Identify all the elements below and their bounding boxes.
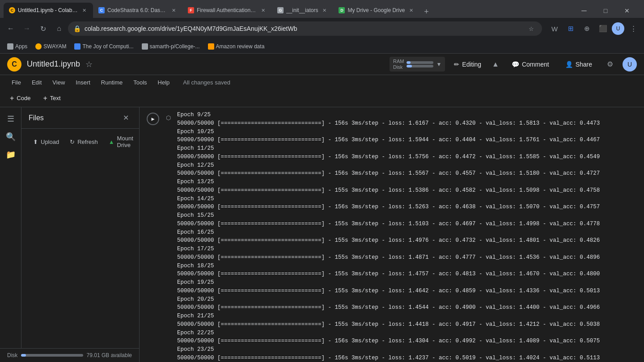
user-avatar-colab[interactable]: U <box>623 57 637 72</box>
output-line: Epoch 21/25 <box>177 312 637 320</box>
mount-drive-button[interactable]: ▲ Mount Drive <box>104 132 138 151</box>
nav-bar: ← → ↻ ⌂ 🔒 colab.research.google.com/driv… <box>0 18 644 39</box>
output-line: 50000/50000 [===========================… <box>177 220 637 228</box>
tab-1[interactable]: C Untitled1.ipynb - Colaboratory ✕ <box>4 3 93 18</box>
menu-file[interactable]: File <box>7 77 25 88</box>
disk-info-label: Disk <box>7 352 17 358</box>
back-button[interactable]: ← <box>4 21 18 36</box>
ram-disk-labels: RAM Disk <box>393 59 404 70</box>
usage-bars <box>407 61 433 67</box>
profile-icon[interactable]: W <box>547 21 562 36</box>
output-line: 50000/50000 [===========================… <box>177 153 637 161</box>
amazon-label: Amazon review data <box>216 43 265 50</box>
cell-extra-button[interactable]: ⬡ <box>163 113 174 123</box>
bookmark-apps[interactable]: Apps <box>4 42 31 51</box>
drive-icon: ▲ <box>109 139 114 145</box>
maximize-button[interactable]: □ <box>596 4 615 18</box>
home-button[interactable]: ⌂ <box>52 21 66 36</box>
tab-3[interactable]: F Firewall Authentication Keepaliv... ✕ <box>182 3 272 18</box>
output-line: Epoch 17/25 <box>177 245 637 253</box>
reload-button[interactable]: ↻ <box>36 21 50 36</box>
star-bookmark-icon[interactable]: ☆ <box>526 23 537 34</box>
expand-icon[interactable]: ▲ <box>490 59 501 70</box>
sidebar-inner: ☰ 🔍 📁 Files ✕ ⬆ Upload <box>0 107 139 348</box>
run-button[interactable]: ▶ <box>147 113 159 125</box>
output-line: 50000/50000 [===========================… <box>177 119 637 128</box>
tab-5[interactable]: D My Drive - Google Drive ✕ <box>333 3 420 18</box>
sidebar-content: Files ✕ ⬆ Upload ↻ Refresh <box>21 107 139 348</box>
notebook-name[interactable]: Untitled1.ipynb <box>27 59 80 69</box>
share-button[interactable]: 👤 Share <box>560 58 597 71</box>
tab-1-close[interactable]: ✕ <box>80 7 88 14</box>
tab-4[interactable]: G __init__iators ✕ <box>272 3 333 18</box>
close-button[interactable]: ✕ <box>617 4 637 18</box>
menu-help[interactable]: Help <box>153 77 174 88</box>
tab-3-favicon: F <box>188 7 194 13</box>
tab-2[interactable]: C CodeShastra 6.0: Dashboard | De... ✕ <box>93 3 182 18</box>
cast-icon[interactable]: ⬛ <box>596 21 610 36</box>
dropdown-icon: ▼ <box>436 61 441 67</box>
apps-label: Apps <box>15 43 27 50</box>
bookmark-amazon[interactable]: Amazon review data <box>204 42 268 51</box>
sidebar-close-button[interactable]: ✕ <box>119 112 132 124</box>
add-code-button[interactable]: + Code <box>5 92 35 105</box>
upload-label: Upload <box>41 139 59 145</box>
refresh-button[interactable]: ↻ Refresh <box>65 136 102 148</box>
menu-view[interactable]: View <box>48 77 69 88</box>
bookmark-joy[interactable]: The Joy of Computi... <box>71 42 137 51</box>
menu-runtime[interactable]: Runtime <box>97 77 127 88</box>
amazon-favicon <box>208 43 214 50</box>
output-line: Epoch 19/25 <box>177 278 637 287</box>
output-text: Epoch 9/2550000/50000 [=================… <box>177 111 637 362</box>
output-line: Epoch 9/25 <box>177 111 637 119</box>
more-options-button[interactable]: ⋮ <box>626 21 640 36</box>
swayam-label: SWAYAM <box>43 43 66 50</box>
upload-icon: ⬆ <box>33 139 38 145</box>
sidebar-nav-icon[interactable]: ☰ <box>3 111 19 127</box>
tab-3-close[interactable]: ✕ <box>259 7 267 14</box>
browser-action-buttons: W ⊞ ⊕ ⬛ U ⋮ <box>547 21 640 36</box>
tab-2-label: CodeShastra 6.0: Dashboard | De... <box>107 7 167 13</box>
tab-4-close[interactable]: ✕ <box>321 7 328 14</box>
minimize-button[interactable]: ─ <box>574 4 594 18</box>
extensions-icon[interactable]: ⊕ <box>580 21 594 36</box>
plus-text-icon: + <box>43 94 47 102</box>
star-icon[interactable]: ☆ <box>85 59 93 69</box>
output-line: Epoch 11/25 <box>177 144 637 153</box>
tab-5-favicon: D <box>339 7 345 13</box>
sidebar-files-icon[interactable]: 📁 <box>3 147 19 163</box>
menu-insert[interactable]: Insert <box>71 77 95 88</box>
pencil-icon: ✏ <box>454 61 459 68</box>
settings-button[interactable]: ⚙ <box>603 57 617 72</box>
output-area[interactable]: ▶ ⬡ Epoch 9/2550000/50000 [=============… <box>140 107 644 362</box>
ram-fill <box>407 61 411 64</box>
bookmark-swayam[interactable]: SWAYAM <box>32 42 70 51</box>
output-line: Epoch 14/25 <box>177 195 637 203</box>
refresh-icon: ↻ <box>70 139 75 145</box>
user-avatar[interactable]: U <box>612 22 624 35</box>
add-text-button[interactable]: + Text <box>38 92 65 105</box>
comment-button[interactable]: 💬 Comment <box>506 58 555 71</box>
tab-5-close[interactable]: ✕ <box>407 7 415 14</box>
upload-button[interactable]: ⬆ Upload <box>29 136 64 148</box>
sidebar-search-icon[interactable]: 🔍 <box>3 129 19 145</box>
bookmark-samarth[interactable]: samarth-p/College-... <box>138 42 203 51</box>
tab-2-close[interactable]: ✕ <box>170 7 177 14</box>
tab-4-label: __init__iators <box>286 7 318 13</box>
disk-info: Disk 79.01 GB available <box>0 348 139 362</box>
menu-edit[interactable]: Edit <box>27 77 46 88</box>
ram-bar <box>407 61 433 64</box>
menu-tools[interactable]: Tools <box>129 77 151 88</box>
forward-button[interactable]: → <box>20 21 34 36</box>
disk-fill-header <box>407 65 412 67</box>
google-apps-icon[interactable]: ⊞ <box>564 21 578 36</box>
new-tab-button[interactable]: + <box>420 5 432 18</box>
output-line: Epoch 23/25 <box>177 345 637 354</box>
joy-favicon <box>74 43 80 50</box>
address-bar[interactable]: 🔒 colab.research.google.com/drive/1yEQ4N… <box>68 21 542 36</box>
output-line: 50000/50000 [===========================… <box>177 186 637 195</box>
joy-label: The Joy of Computi... <box>82 43 133 50</box>
output-line: Epoch 16/25 <box>177 228 637 237</box>
samarth-label: samarth-p/College-... <box>150 43 200 50</box>
ram-disk-indicator[interactable]: RAM Disk ▼ <box>390 57 445 72</box>
